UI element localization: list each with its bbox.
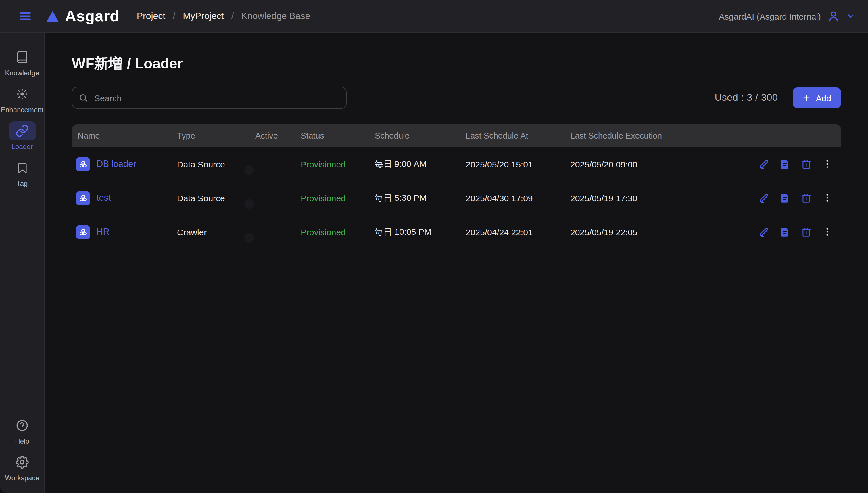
brand-logo[interactable]: Asgard [46, 7, 119, 25]
trash-icon[interactable] [800, 226, 812, 238]
loader-table: Name Type Active Status Schedule Last Sc… [72, 124, 841, 249]
loader-type-icon [76, 191, 90, 205]
sidebar-item-label: Loader [12, 143, 33, 151]
edit-icon[interactable] [758, 192, 769, 203]
last-schedule-at-cell: 2025/05/20 15:01 [465, 159, 570, 169]
breadcrumb-separator: / [231, 11, 234, 21]
edit-icon[interactable] [758, 158, 769, 170]
toolbar: Used : 3 / 300 Add [72, 87, 841, 109]
sidebar-item-knowledge[interactable]: Knowledge [5, 48, 39, 77]
column-header-type: Type [177, 131, 255, 141]
hamburger-icon [19, 10, 31, 22]
sidebar-item-label: Tag [17, 179, 28, 188]
usage-counter: Used : 3 / 300 [715, 92, 778, 104]
sidebar-item-tag[interactable]: Tag [8, 158, 36, 188]
toggle-knob [244, 199, 254, 209]
column-header-name: Name [72, 131, 177, 141]
loader-type-icon [76, 224, 90, 239]
last-schedule-execution-cell: 2025/05/19 22:05 [570, 227, 685, 237]
table-row: DB loader Data Source Provisioned 毎日 9:0… [72, 147, 841, 181]
search-box [72, 87, 347, 109]
loader-type-icon [76, 157, 90, 171]
search-input[interactable] [72, 87, 347, 109]
plus-icon [803, 94, 811, 102]
hamburger-menu-button[interactable] [18, 9, 32, 23]
add-button[interactable]: Add [793, 87, 841, 108]
sidebar-item-help[interactable]: Help [8, 416, 36, 445]
bookmark-icon [8, 158, 36, 177]
breadcrumb-knowledge-base: Knowledge Base [241, 11, 310, 21]
type-cell: Data Source [177, 159, 255, 169]
name-cell: test [72, 191, 177, 205]
column-header-last-schedule-at: Last Schedule At [465, 131, 570, 141]
document-icon[interactable] [779, 226, 791, 238]
search-icon [79, 93, 88, 102]
type-cell: Crawler [177, 227, 255, 237]
chevron-down-icon [846, 12, 855, 21]
name-cell: HR [72, 224, 177, 239]
document-icon[interactable] [779, 158, 791, 170]
page-title: WF新増 / Loader [72, 54, 841, 73]
sparkle-icon [8, 85, 36, 104]
kebab-menu-icon[interactable] [821, 226, 833, 238]
column-header-schedule: Schedule [375, 131, 465, 141]
brand-triangle-icon [46, 10, 59, 22]
last-schedule-at-cell: 2025/04/24 22:01 [465, 227, 570, 237]
breadcrumb: Project / MyProject / Knowledge Base [137, 11, 311, 21]
book-icon [8, 48, 36, 67]
trash-icon[interactable] [800, 158, 812, 170]
trash-icon[interactable] [800, 192, 812, 203]
kebab-menu-icon[interactable] [821, 192, 833, 203]
row-actions [685, 226, 841, 238]
edit-icon[interactable] [758, 226, 769, 238]
kebab-menu-icon[interactable] [821, 158, 833, 170]
last-schedule-at-cell: 2025/04/30 17:09 [465, 193, 570, 203]
status-cell: Provisioned [301, 193, 375, 203]
account-menu[interactable]: AsgardAI (Asgard Internal) [719, 10, 855, 22]
sidebar-item-label: Knowledge [5, 69, 39, 77]
name-cell: DB loader [72, 157, 177, 171]
schedule-cell: 毎日 9:00 AM [375, 158, 465, 169]
sidebar-item-loader[interactable]: Loader [8, 121, 36, 151]
last-schedule-execution-cell: 2025/05/20 09:00 [570, 159, 685, 169]
schedule-cell: 毎日 10:05 PM [375, 227, 465, 237]
column-header-status: Status [301, 131, 375, 141]
user-icon [827, 10, 840, 22]
breadcrumb-project[interactable]: Project [137, 11, 165, 21]
sidebar: Knowledge Enhancement Loader Tag [0, 33, 45, 493]
type-cell: Data Source [177, 193, 255, 203]
help-circle-icon [8, 416, 36, 435]
sidebar-item-enhancement[interactable]: Enhancement [1, 85, 43, 114]
column-header-last-schedule-execution: Last Schedule Execution [570, 131, 685, 141]
last-schedule-execution-cell: 2025/05/19 17:30 [570, 193, 685, 203]
status-cell: Provisioned [301, 159, 375, 169]
sidebar-item-workspace[interactable]: Workspace [5, 453, 39, 482]
screenshot-stage: Asgard Project / MyProject / Knowledge B… [0, 0, 868, 493]
loader-name-link[interactable]: DB loader [96, 159, 136, 169]
status-cell: Provisioned [301, 227, 375, 237]
gear-icon [8, 453, 36, 472]
link-icon [8, 121, 36, 141]
brand-name: Asgard [65, 7, 119, 25]
table-row: test Data Source Provisioned 毎日 5:30 PM … [72, 181, 841, 215]
sidebar-item-label: Enhancement [1, 106, 43, 114]
topbar: Asgard Project / MyProject / Knowledge B… [0, 0, 868, 33]
sidebar-footer: Help Workspace [5, 416, 39, 493]
toggle-knob [244, 165, 254, 175]
main-content: WF新増 / Loader Used : 3 / 300 Add [45, 33, 868, 493]
breadcrumb-myproject[interactable]: MyProject [183, 11, 224, 21]
account-label: AsgardAI (Asgard Internal) [719, 11, 821, 21]
loader-name-link[interactable]: test [96, 193, 111, 203]
row-actions [685, 158, 841, 170]
toolbar-right: Used : 3 / 300 Add [715, 87, 841, 108]
add-button-label: Add [816, 93, 831, 103]
document-icon[interactable] [779, 192, 791, 203]
toggle-knob [244, 233, 254, 243]
table-row: HR Crawler Provisioned 毎日 10:05 PM 2025/… [72, 215, 841, 249]
sidebar-item-label: Workspace [5, 474, 39, 482]
app-body: Knowledge Enhancement Loader Tag [0, 33, 868, 493]
table-header: Name Type Active Status Schedule Last Sc… [72, 124, 841, 147]
loader-name-link[interactable]: HR [96, 227, 110, 237]
app-window: Asgard Project / MyProject / Knowledge B… [0, 0, 868, 493]
column-header-active: Active [255, 131, 301, 141]
